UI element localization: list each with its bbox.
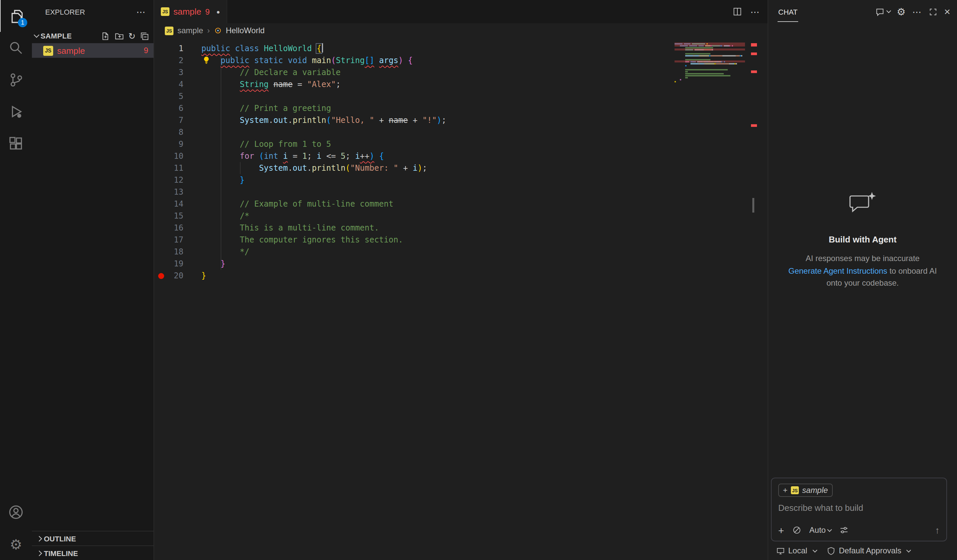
line-number[interactable]: 15 [154,210,183,222]
line-number[interactable]: 13 [154,186,183,198]
breadcrumb-symbol[interactable]: HelloWorld [226,26,264,35]
scrollbar-thumb[interactable] [752,198,754,213]
line-number[interactable]: 5 [154,90,183,102]
code-line[interactable]: 15 /* [154,210,767,222]
code-line[interactable]: 7 System.out.println("Hello, " + name + … [154,114,767,126]
line-number[interactable]: 2 [154,54,183,66]
chat-title-tab[interactable]: CHAT [778,2,798,22]
error-mark [751,70,757,73]
chevron-down-icon [34,32,39,38]
line-number[interactable]: 7 [154,114,183,126]
code-line[interactable]: 6 // Print a greeting [154,102,767,114]
code-editor[interactable]: 1public class HelloWorld {2 public stati… [154,38,767,560]
tab-sample[interactable]: JS sample 9 ● [154,0,227,23]
code-line[interactable]: 19 } [154,258,767,270]
code-text: } [201,259,225,268]
code-line[interactable]: 20} [154,270,767,282]
line-number[interactable]: 3 [154,66,183,78]
chat-input-controls: + Auto ↑ [778,525,940,535]
breakpoint-icon[interactable] [158,273,164,279]
code-line[interactable]: 12 } [154,174,767,186]
file-row-sample[interactable]: JS sample 9 [32,43,153,58]
activity-search[interactable] [0,32,32,64]
file-name: sample [57,46,85,55]
js-file-icon: JS [43,46,53,55]
overview-ruler [751,38,757,560]
code-line[interactable]: 13 [154,186,767,198]
activity-explorer[interactable]: 1 [0,0,32,32]
chat-more-icon[interactable]: ⋯ [912,6,921,17]
breadcrumb-file[interactable]: sample [177,26,203,35]
refresh-icon[interactable]: ↻ [128,32,136,40]
modified-dot-icon[interactable]: ● [216,8,220,15]
new-file-icon[interactable] [100,31,110,41]
activity-run-debug[interactable] [0,96,32,128]
generate-instructions-link[interactable]: Generate Agent Instructions [788,266,888,275]
chat-expand-icon[interactable] [928,7,937,16]
add-context-icon[interactable]: + [778,525,784,535]
new-folder-icon[interactable] [114,31,124,41]
line-number[interactable]: 10 [154,150,183,162]
line-number[interactable]: 16 [154,222,183,234]
chat-settings-gear-icon[interactable]: ⚙ [897,6,905,17]
activity-settings[interactable]: ⚙ [0,528,32,560]
code-line[interactable]: 14 // Example of multi-line comment [154,198,767,210]
collapse-all-icon[interactable] [140,31,150,41]
code-line[interactable]: 8 [154,126,767,138]
editor-more-icon[interactable]: ⋯ [750,6,760,17]
section-timeline[interactable]: TIMELINE [32,546,153,560]
activity-account[interactable] [0,496,32,528]
line-number[interactable]: 17 [154,234,183,246]
chat-onboard-text-2: onto your codebase. [784,277,941,289]
section-sample[interactable]: SAMPLE ↻ [32,28,153,43]
chevron-down-icon [828,527,832,532]
line-number[interactable]: 19 [154,258,183,270]
error-mark [751,124,757,127]
chat-mode-dropdown[interactable] [875,7,890,16]
search-icon [8,40,24,56]
account-icon [8,504,24,520]
chat-input[interactable] [778,503,940,513]
approvals-picker[interactable]: Default Approvals [827,546,910,555]
line-number[interactable]: 18 [154,246,183,258]
lightbulb-icon[interactable] [202,56,211,65]
line-number[interactable]: 8 [154,126,183,138]
send-icon[interactable]: ↑ [935,525,940,535]
code-line[interactable]: 10 for (int i = 1; i <= 5; i++) { [154,150,767,162]
line-number[interactable]: 11 [154,162,183,174]
sidebar-more-icon[interactable]: ⋯ [136,6,145,17]
code-line[interactable]: 18 */ [154,246,767,258]
sidebar-empty-space [32,58,153,531]
code-text: } [201,175,245,185]
code-line[interactable]: 9 // Loop from 1 to 5 [154,138,767,150]
code-line[interactable]: 17 The computer ignores this section. [154,234,767,246]
line-number[interactable]: 4 [154,78,183,90]
activity-source-control[interactable] [0,64,32,96]
chat-close-icon[interactable]: × [944,6,950,17]
environment-label: Local [788,546,807,555]
activity-extensions[interactable] [0,128,32,159]
model-picker[interactable]: Auto [810,525,831,535]
chat-session-bar: Local Default Approvals [768,541,957,560]
line-number[interactable]: 14 [154,198,183,210]
section-outline[interactable]: OUTLINE [32,531,153,546]
code-line[interactable]: 5 [154,90,767,102]
git-branch-icon [8,72,24,88]
code-text: System.out.println("Hello, " + name + "!… [201,115,446,125]
context-chip-sample[interactable]: + JS sample [778,484,832,497]
environment-picker[interactable]: Local [776,546,816,555]
line-number[interactable]: 12 [154,174,183,186]
sliders-icon[interactable] [839,525,849,535]
chevron-right-icon [36,536,42,541]
line-number[interactable]: 9 [154,138,183,150]
chat-input-box[interactable]: + JS sample + Auto [771,478,947,541]
model-label: Auto [810,525,826,535]
code-line[interactable]: 16 This is a multi-line comment. [154,222,767,234]
split-editor-icon[interactable] [732,6,742,17]
line-number[interactable]: 6 [154,102,183,114]
minimap[interactable] [674,43,745,82]
code-line[interactable]: 11 System.out.println("Number: " + i); [154,162,767,174]
line-number[interactable]: 1 [154,43,183,54]
explorer-sidebar: EXPLORER ⋯ SAMPLE ↻ JS sample 9 OUTLINE … [32,0,154,560]
tools-icon[interactable] [792,525,801,535]
